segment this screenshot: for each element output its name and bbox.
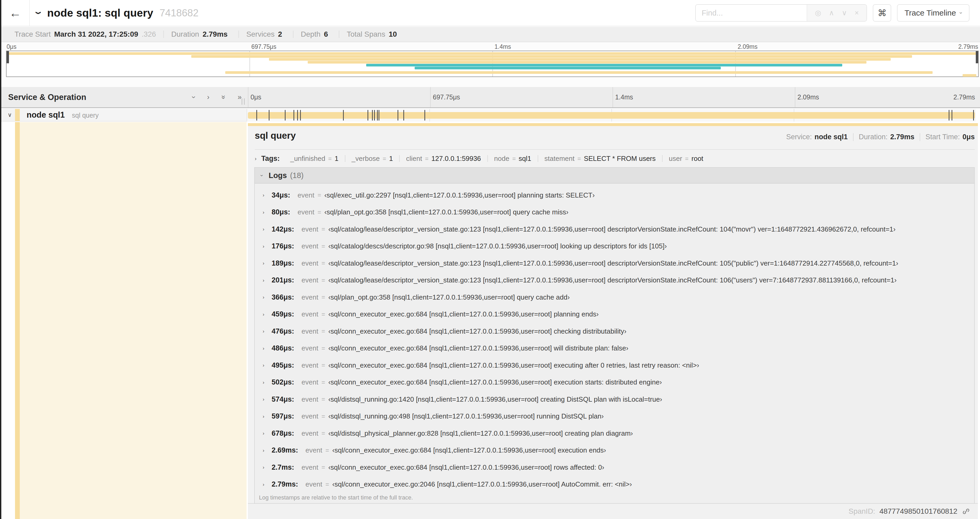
meta-suffix: .326: [142, 30, 156, 38]
log-field-key: event: [302, 361, 318, 369]
log-timestamp: 2.79ms:: [272, 480, 298, 489]
chevron-right-icon[interactable]: ›: [262, 482, 272, 487]
chevron-right-icon[interactable]: ›: [262, 294, 272, 300]
meta-label: Duration: [171, 30, 199, 38]
log-row[interactable]: › 176μs: event = ‹sql/catalog/descs/desc…: [255, 238, 974, 255]
log-row[interactable]: › 495μs: event = ‹sql/conn_executor_exec…: [255, 357, 974, 374]
log-marker-tick: [425, 110, 425, 121]
chevron-right-icon[interactable]: ›: [262, 430, 272, 436]
log-field-key: event: [298, 191, 315, 200]
minimap-span-bar: [308, 61, 867, 64]
right-scrubber-handle[interactable]: [976, 51, 978, 63]
trace-id: 7418682: [160, 7, 199, 19]
tag-key: user: [669, 155, 682, 162]
chevron-down-icon[interactable]: ›: [32, 11, 47, 14]
equals-sign: =: [321, 294, 325, 301]
chevron-right-icon[interactable]: ›: [255, 156, 256, 162]
expand-all-icon[interactable]: »: [238, 94, 242, 101]
chevron-right-icon[interactable]: ›: [262, 260, 272, 266]
find-input[interactable]: [696, 5, 807, 21]
collapse-one-icon[interactable]: ›: [190, 96, 197, 98]
minimap-canvas[interactable]: [6, 51, 979, 77]
logs-label: Logs: [269, 171, 287, 180]
log-row[interactable]: › 189μs: event = ‹sql/catalog/lease/desc…: [255, 255, 974, 272]
tags-list: _unfinished = 1 _verbose = 1 client = 12…: [284, 155, 710, 162]
log-marker-tick: [374, 110, 375, 121]
chevron-right-icon[interactable]: ›: [262, 396, 272, 402]
chevron-right-icon[interactable]: ›: [262, 311, 272, 317]
view-selector-button[interactable]: Trace Timeline ›: [897, 4, 969, 22]
chevron-right-icon[interactable]: ›: [262, 192, 272, 198]
chevron-right-icon[interactable]: ›: [262, 414, 272, 419]
equals-sign: =: [321, 311, 325, 318]
meta-label: Total Spans: [347, 30, 385, 38]
spanid-value: 4877749850101760812: [879, 507, 957, 516]
chevron-right-icon[interactable]: ›: [262, 328, 272, 334]
equals-sign: =: [321, 379, 325, 386]
log-timestamp: 366μs:: [272, 293, 294, 302]
chevron-down-icon[interactable]: ∨: [8, 109, 12, 121]
trace-meta-item: Trace Start March 31 2022, 17:25:09 .326: [7, 30, 163, 38]
back-button[interactable]: ←: [1, 0, 30, 26]
tag-item: _verbose = 1: [345, 155, 399, 162]
locate-icon[interactable]: ◎: [815, 10, 821, 17]
log-field-key: event: [302, 412, 318, 420]
minimap-span-bar: [269, 58, 891, 61]
log-row[interactable]: › 2.79ms: event = ‹sql/conn_executor_exe…: [255, 476, 974, 493]
equals-sign: =: [321, 277, 325, 284]
back-arrow-icon: ←: [9, 6, 21, 20]
tag-key: _unfinished: [290, 155, 325, 162]
log-row[interactable]: › 574μs: event = ‹sql/distsql_running.go…: [255, 391, 974, 408]
clear-search-icon[interactable]: ×: [854, 10, 859, 17]
prev-result-icon[interactable]: ∧: [829, 10, 834, 17]
chevron-right-icon[interactable]: ›: [262, 465, 272, 470]
log-row[interactable]: › 34μs: event = ‹sql/exec_util.go:2297 […: [255, 187, 974, 204]
log-row[interactable]: › 678μs: event = ‹sql/distsql_physical_p…: [255, 425, 974, 442]
span-color-stripe: [15, 122, 20, 519]
tag-value: root: [692, 155, 703, 162]
log-message: ‹sql/plan_opt.go:358 [nsql1,client=127.0…: [324, 208, 568, 216]
log-timestamp: 2.7ms:: [272, 463, 294, 471]
log-row[interactable]: › 459μs: event = ‹sql/conn_executor_exec…: [255, 306, 974, 323]
log-row[interactable]: › 476μs: event = ‹sql/conn_executor_exec…: [255, 323, 974, 340]
log-row[interactable]: › 502μs: event = ‹sql/conn_executor_exec…: [255, 374, 974, 391]
log-row[interactable]: › 142μs: event = ‹sql/catalog/lease/desc…: [255, 221, 974, 238]
detail-meta-item: Duration: 2.79ms: [848, 133, 915, 141]
chevron-right-icon[interactable]: ›: [262, 226, 272, 232]
log-field-key: event: [305, 446, 323, 454]
log-row[interactable]: › 486μs: event = ‹sql/conn_executor_exec…: [255, 340, 974, 357]
tags-row[interactable]: › Tags: _unfinished = 1 _verbose = 1 cli…: [254, 152, 975, 166]
log-row[interactable]: › 2.69ms: event = ‹sql/conn_executor_exe…: [255, 442, 974, 459]
log-message: ‹sql/conn_executor_exec.go:684 [nsql1,cl…: [328, 344, 628, 352]
collapse-all-icon[interactable]: »: [220, 95, 227, 99]
meta-separator: [853, 133, 854, 141]
log-marker-tick: [300, 110, 301, 121]
column-resize-grip[interactable]: [242, 98, 245, 105]
log-timestamp: 176μs:: [272, 242, 294, 250]
chevron-right-icon[interactable]: ›: [262, 363, 272, 368]
log-row[interactable]: › 2.7ms: event = ‹sql/conn_executor_exec…: [255, 459, 974, 476]
log-row[interactable]: › 366μs: event = ‹sql/plan_opt.go:358 [n…: [255, 289, 974, 306]
chevron-right-icon[interactable]: ›: [262, 243, 272, 249]
log-timestamp: 201μs:: [272, 276, 294, 284]
chevron-right-icon[interactable]: ›: [262, 380, 272, 385]
next-result-icon[interactable]: ∨: [842, 10, 847, 17]
chevron-right-icon[interactable]: ›: [262, 447, 272, 454]
logs-header[interactable]: › Logs (18): [255, 168, 974, 184]
log-row[interactable]: › 201μs: event = ‹sql/catalog/lease/desc…: [255, 272, 974, 289]
service-operation-header: Service & Operation: [8, 87, 86, 107]
ruler-tick-label: 697.75μs: [433, 87, 460, 107]
link-icon[interactable]: [962, 507, 970, 516]
left-scrubber-handle[interactable]: [6, 51, 9, 63]
log-row[interactable]: › 80μs: event = ‹sql/plan_opt.go:358 [ns…: [255, 204, 974, 221]
meta-value: 2.79ms: [203, 30, 228, 38]
keyboard-shortcuts-button[interactable]: ⌘: [873, 4, 891, 22]
chevron-right-icon[interactable]: ›: [262, 278, 272, 283]
log-row[interactable]: › 597μs: event = ‹sql/distsql_running.go…: [255, 408, 974, 425]
span-row-track[interactable]: [247, 109, 976, 121]
log-message: ‹sql/conn_executor_exec.go:684 [nsql1,cl…: [328, 463, 604, 471]
expand-one-icon[interactable]: ›: [207, 94, 210, 101]
chevron-right-icon[interactable]: ›: [262, 209, 272, 215]
chevron-right-icon[interactable]: ›: [262, 345, 272, 351]
span-row-name-cell[interactable]: ∨ node sql1 sql query: [1, 109, 247, 121]
